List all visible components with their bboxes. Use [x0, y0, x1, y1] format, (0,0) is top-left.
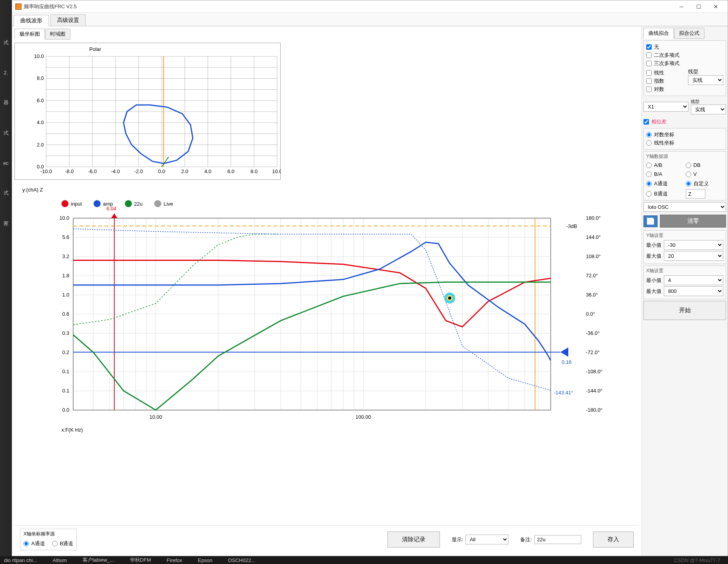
svg-text:0.16: 0.16 — [562, 359, 571, 365]
note-input[interactable] — [534, 535, 581, 544]
watermark: CSDN @7-Miss77-7 — [674, 557, 720, 563]
side-label: 家 — [0, 220, 12, 227]
yd-v[interactable]: V — [686, 171, 724, 177]
yd-ba[interactable]: B/A — [646, 171, 684, 177]
svg-text:-144.0°: -144.0° — [586, 388, 602, 394]
svg-text:0.0: 0.0 — [158, 168, 165, 174]
y-min-select[interactable]: -30 — [664, 240, 723, 250]
tab-curve-fit[interactable]: 曲线拟合 — [643, 28, 674, 39]
svg-text:8.0: 8.0 — [37, 75, 44, 81]
svg-text:6.0: 6.0 — [37, 98, 44, 103]
svg-text:-2.0: -2.0 — [134, 168, 143, 174]
titlebar[interactable]: 频率响应曲线FRC V2.5 ─ ☐ ✕ — [12, 0, 728, 13]
svg-text:0.3: 0.3 — [62, 330, 69, 336]
right-panel: 曲线拟合 拟合公式 无 二次多项式 三次多项式 线性 指数 对数 线型 实线 — [642, 26, 728, 556]
freq-src-b[interactable]: B通道 — [52, 540, 74, 547]
svg-text:-6.0: -6.0 — [88, 168, 97, 174]
svg-text:-180.0°: -180.0° — [586, 407, 602, 413]
tab-advanced[interactable]: 高级设置 — [50, 14, 86, 26]
svg-text:6.04: 6.04 — [106, 206, 116, 212]
svg-text:10.0: 10.0 — [59, 215, 69, 221]
start-button[interactable]: 开始 — [643, 301, 726, 320]
yd-custom[interactable]: 自定义 — [686, 180, 724, 187]
polar-chart[interactable]: Polar -10.0-8.0-6.0-4.0-2.00.02.04.06.08… — [14, 43, 281, 180]
svg-text:4.0: 4.0 — [204, 168, 211, 174]
tab-timedomain[interactable]: 时域图 — [45, 29, 70, 40]
y-max-select[interactable]: 20 — [664, 251, 723, 261]
window-title: 频率响应曲线FRC V2.5 — [24, 3, 670, 10]
app-window: 频率响应曲线FRC V2.5 ─ ☐ ✕ 曲线波形 高级设置 极坐标图 时域图 … — [12, 0, 728, 556]
side-label: 式 — [0, 190, 12, 197]
close-button[interactable]: ✕ — [707, 2, 724, 12]
bottom-toolbar: X轴坐标频率源 A通道 B通道 清除记录 显示: All 备注: 存入 — [14, 525, 639, 553]
fit-linear[interactable]: 线性 — [646, 69, 684, 76]
side-label: 式 — [0, 130, 12, 137]
clear-button[interactable]: 清零 — [660, 215, 726, 228]
svg-text:0.0: 0.0 — [37, 164, 44, 170]
svg-text:2.0: 2.0 — [37, 142, 44, 148]
maximize-button[interactable]: ☐ — [690, 2, 707, 12]
yd-chB[interactable]: B通道 — [646, 190, 684, 197]
freq-source-group: X轴坐标频率源 A通道 B通道 — [20, 529, 77, 550]
svg-text:8.0: 8.0 — [250, 168, 258, 174]
x1-select[interactable]: X1 — [643, 102, 688, 112]
svg-text:0.2: 0.2 — [62, 349, 69, 355]
taskbar[interactable]: dio rtlpan chi... Altium 客户labiew_... 华秋… — [0, 556, 728, 564]
svg-text:0.1: 0.1 — [62, 388, 69, 394]
freq-src-a[interactable]: A通道 — [23, 540, 45, 547]
main-tabs: 曲线波形 高级设置 — [12, 13, 728, 26]
tab-fit-formula[interactable]: 拟合公式 — [674, 28, 705, 39]
scale-log[interactable]: 对数坐标 — [646, 131, 723, 138]
line-type-select-1[interactable]: 实线 — [688, 75, 723, 85]
side-label: 器 — [0, 99, 12, 106]
svg-text:108.0°: 108.0° — [586, 253, 601, 259]
svg-text:10.0: 10.0 — [272, 168, 281, 174]
tab-polar[interactable]: 极坐标图 — [14, 29, 45, 40]
display-select[interactable]: All — [465, 535, 508, 544]
custom-unit-input[interactable] — [686, 189, 705, 199]
fit-log[interactable]: 对数 — [646, 86, 684, 93]
svg-text:-36.0°: -36.0° — [586, 330, 600, 336]
svg-text:Polar: Polar — [89, 46, 101, 52]
x-min-select[interactable]: 4 — [664, 275, 723, 285]
save-icon[interactable] — [643, 215, 658, 227]
svg-text:180.0°: 180.0° — [586, 215, 601, 221]
svg-marker-104 — [111, 213, 117, 218]
svg-text:100.00: 100.00 — [355, 414, 371, 420]
fit-none[interactable]: 无 — [646, 43, 723, 51]
clear-records-button[interactable]: 清除记录 — [387, 531, 440, 548]
fit-poly2[interactable]: 二次多项式 — [646, 52, 723, 59]
fit-exp[interactable]: 指数 — [646, 78, 684, 85]
svg-text:-143.41°: -143.41° — [554, 390, 573, 396]
side-label: 式 — [0, 39, 12, 46]
minimize-button[interactable]: ─ — [673, 2, 690, 12]
yd-db[interactable]: DB — [686, 162, 724, 168]
svg-text:1.0: 1.0 — [62, 292, 69, 298]
svg-text:0.6: 0.6 — [62, 311, 69, 317]
yd-ab[interactable]: A/B — [646, 162, 684, 168]
yd-chA[interactable]: A通道 — [646, 180, 684, 187]
main-chart[interactable]: y:(chA) Z input amp 22u Live 10.05.63.21… — [14, 183, 639, 522]
fit-poly3[interactable]: 三次多项式 — [646, 60, 723, 67]
svg-text:0.0: 0.0 — [62, 407, 69, 413]
svg-text:3.2: 3.2 — [62, 253, 69, 259]
scale-linear[interactable]: 线性坐标 — [646, 139, 723, 146]
svg-text:2.0: 2.0 — [181, 168, 188, 174]
sub-tabs: 极坐标图 时域图 — [14, 29, 639, 40]
chart-cursor-marker[interactable] — [444, 293, 455, 304]
x-max-select[interactable]: 800 — [664, 286, 723, 296]
line-type-select-2[interactable]: 实线 — [691, 105, 726, 114]
svg-text:10.0: 10.0 — [34, 53, 44, 59]
svg-text:72.0°: 72.0° — [586, 273, 598, 278]
tab-waveform[interactable]: 曲线波形 — [14, 15, 49, 26]
svg-text:6.0: 6.0 — [227, 168, 234, 174]
phase-diff-check[interactable]: 相位差 — [643, 118, 726, 125]
svg-text:-3dB: -3dB — [566, 223, 577, 229]
svg-text:-4.0: -4.0 — [111, 168, 120, 174]
svg-text:0.1: 0.1 — [62, 369, 69, 374]
save-button[interactable]: 存入 — [593, 531, 634, 548]
svg-text:-72.0°: -72.0° — [586, 349, 600, 355]
svg-text:5.6: 5.6 — [62, 234, 69, 240]
svg-text:-8.0: -8.0 — [65, 168, 74, 174]
device-select[interactable]: Ioto OSC — [643, 202, 726, 212]
